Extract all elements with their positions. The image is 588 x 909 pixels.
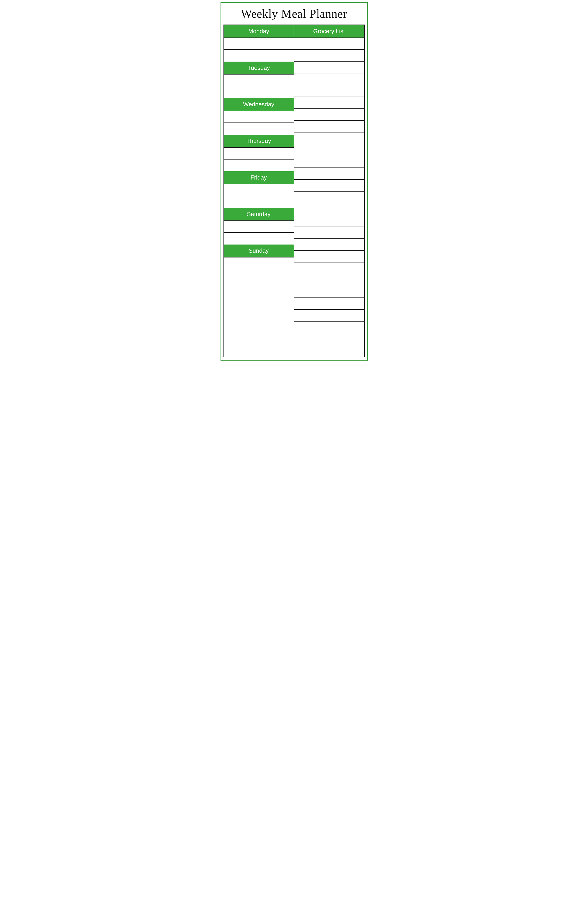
wednesday-meal-1[interactable] bbox=[224, 111, 294, 123]
grocery-row-5[interactable] bbox=[294, 85, 364, 97]
grocery-row-9[interactable] bbox=[294, 133, 364, 144]
grocery-row-13[interactable] bbox=[294, 180, 364, 192]
grocery-row-12[interactable] bbox=[294, 168, 364, 180]
saturday-header: Saturday bbox=[224, 208, 294, 221]
grocery-row-16[interactable] bbox=[294, 215, 364, 227]
grocery-row-21[interactable] bbox=[294, 274, 364, 286]
grocery-row-19[interactable] bbox=[294, 251, 364, 262]
wednesday-block: Wednesday bbox=[224, 98, 294, 135]
monday-header: Monday bbox=[224, 25, 294, 38]
tuesday-header: Tuesday bbox=[224, 61, 294, 74]
thursday-header: Thursday bbox=[224, 135, 294, 148]
tuesday-block: Tuesday bbox=[224, 61, 294, 98]
saturday-block: Saturday bbox=[224, 208, 294, 244]
sunday-block: Sunday bbox=[224, 244, 294, 281]
days-column: Monday Tuesday Wednesday Thursday Fr bbox=[224, 25, 294, 357]
grocery-list-header: Grocery List bbox=[294, 25, 364, 38]
wednesday-meal-2[interactable] bbox=[224, 123, 294, 135]
monday-meal-1[interactable] bbox=[224, 38, 294, 50]
grocery-column: Grocery List bbox=[294, 25, 364, 357]
monday-meal-2[interactable] bbox=[224, 50, 294, 61]
grocery-row-26[interactable] bbox=[294, 333, 364, 345]
thursday-meal-2[interactable] bbox=[224, 160, 294, 171]
grocery-row-6[interactable] bbox=[294, 97, 364, 109]
grocery-row-4[interactable] bbox=[294, 73, 364, 85]
page-title: Weekly Meal Planner bbox=[223, 5, 365, 22]
sunday-header: Sunday bbox=[224, 244, 294, 257]
weekly-meal-planner-page: Weekly Meal Planner Monday Tuesday Wedne… bbox=[221, 2, 368, 361]
grocery-row-7[interactable] bbox=[294, 109, 364, 121]
thursday-block: Thursday bbox=[224, 135, 294, 171]
wednesday-header: Wednesday bbox=[224, 98, 294, 111]
grocery-row-22[interactable] bbox=[294, 286, 364, 298]
friday-header: Friday bbox=[224, 171, 294, 184]
grocery-row-3[interactable] bbox=[294, 61, 364, 73]
grocery-row-23[interactable] bbox=[294, 298, 364, 310]
grocery-row-14[interactable] bbox=[294, 192, 364, 204]
saturday-meal-1[interactable] bbox=[224, 221, 294, 233]
grocery-row-1[interactable] bbox=[294, 38, 364, 50]
friday-block: Friday bbox=[224, 171, 294, 208]
friday-meal-2[interactable] bbox=[224, 196, 294, 208]
thursday-meal-1[interactable] bbox=[224, 148, 294, 160]
grocery-row-20[interactable] bbox=[294, 262, 364, 274]
grocery-row-15[interactable] bbox=[294, 204, 364, 215]
main-grid: Monday Tuesday Wednesday Thursday Fr bbox=[223, 24, 365, 357]
monday-block: Monday bbox=[224, 25, 294, 61]
grocery-row-11[interactable] bbox=[294, 156, 364, 168]
grocery-row-2[interactable] bbox=[294, 50, 364, 61]
sunday-meal-1[interactable] bbox=[224, 257, 294, 269]
grocery-row-18[interactable] bbox=[294, 239, 364, 251]
friday-meal-1[interactable] bbox=[224, 184, 294, 196]
grocery-row-17[interactable] bbox=[294, 227, 364, 239]
tuesday-meal-2[interactable] bbox=[224, 86, 294, 98]
tuesday-meal-1[interactable] bbox=[224, 74, 294, 86]
grocery-row-27[interactable] bbox=[294, 345, 364, 357]
sunday-meal-2[interactable] bbox=[224, 269, 294, 281]
grocery-row-8[interactable] bbox=[294, 121, 364, 133]
grocery-row-10[interactable] bbox=[294, 144, 364, 156]
grocery-row-24[interactable] bbox=[294, 310, 364, 322]
saturday-meal-2[interactable] bbox=[224, 233, 294, 244]
grocery-row-25[interactable] bbox=[294, 322, 364, 333]
